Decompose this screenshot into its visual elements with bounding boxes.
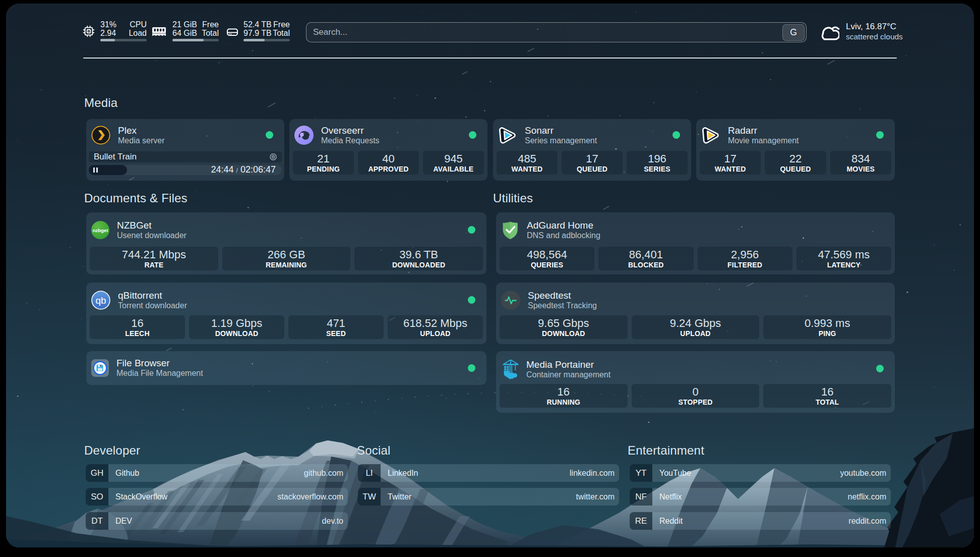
- svg-text:nzbget: nzbget: [93, 228, 108, 233]
- svg-text:qb: qb: [95, 295, 106, 306]
